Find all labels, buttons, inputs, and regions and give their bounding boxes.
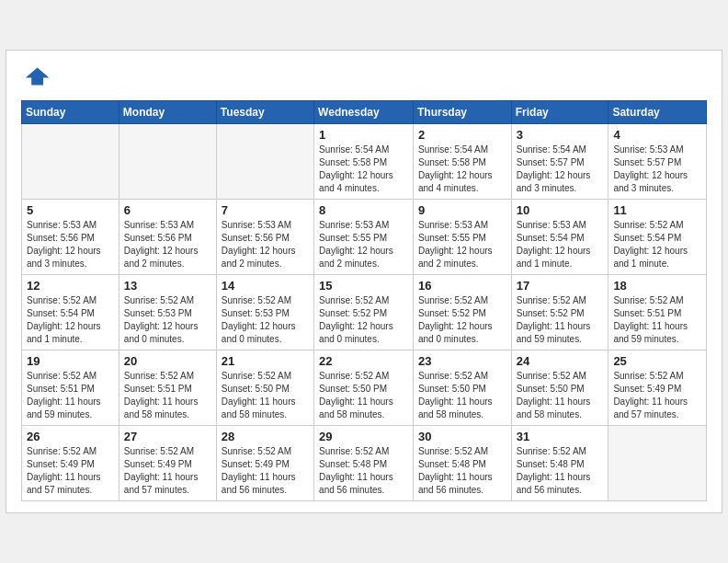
calendar-day-cell: 24Sunrise: 5:52 AMSunset: 5:50 PMDayligh…: [511, 350, 609, 426]
day-number: 15: [319, 279, 408, 293]
day-number: 22: [319, 354, 408, 368]
day-number: 16: [418, 279, 506, 293]
day-number: 1: [319, 128, 408, 142]
calendar-day-cell: [609, 426, 707, 501]
calendar-day-cell: 9Sunrise: 5:53 AMSunset: 5:55 PMDaylight…: [413, 200, 511, 275]
calendar-day-cell: 1Sunrise: 5:54 AMSunset: 5:58 PMDaylight…: [314, 124, 414, 200]
day-info: Sunrise: 5:52 AMSunset: 5:52 PMDaylight:…: [418, 294, 506, 346]
day-info: Sunrise: 5:52 AMSunset: 5:50 PMDaylight:…: [517, 370, 604, 421]
day-number: 18: [613, 279, 701, 293]
calendar-day-cell: 20Sunrise: 5:52 AMSunset: 5:51 PMDayligh…: [119, 350, 216, 426]
calendar-day-cell: 5Sunrise: 5:53 AMSunset: 5:56 PMDaylight…: [22, 200, 119, 275]
day-info: Sunrise: 5:54 AMSunset: 5:57 PMDaylight:…: [517, 144, 604, 195]
calendar-day-cell: 17Sunrise: 5:52 AMSunset: 5:52 PMDayligh…: [511, 275, 609, 350]
day-number: 17: [517, 279, 604, 293]
logo: [21, 62, 54, 91]
calendar-day-cell: 3Sunrise: 5:54 AMSunset: 5:57 PMDaylight…: [511, 124, 609, 200]
day-info: Sunrise: 5:52 AMSunset: 5:51 PMDaylight:…: [124, 370, 211, 421]
day-number: 8: [319, 203, 408, 217]
weekday-header-cell: Wednesday: [314, 101, 414, 124]
day-number: 20: [124, 354, 211, 368]
day-number: 27: [124, 430, 211, 443]
calendar-day-cell: 25Sunrise: 5:52 AMSunset: 5:49 PMDayligh…: [609, 350, 707, 426]
day-info: Sunrise: 5:54 AMSunset: 5:58 PMDaylight:…: [319, 144, 408, 195]
day-number: 3: [517, 128, 604, 142]
day-number: 29: [319, 430, 408, 443]
weekday-header-cell: Thursday: [413, 101, 511, 124]
calendar-day-cell: 15Sunrise: 5:52 AMSunset: 5:52 PMDayligh…: [314, 275, 414, 350]
day-info: Sunrise: 5:53 AMSunset: 5:55 PMDaylight:…: [319, 219, 408, 270]
calendar-day-cell: [216, 124, 313, 200]
calendar-day-cell: 16Sunrise: 5:52 AMSunset: 5:52 PMDayligh…: [413, 275, 511, 350]
header: [21, 62, 707, 91]
day-info: Sunrise: 5:52 AMSunset: 5:54 PMDaylight:…: [613, 219, 701, 270]
weekday-header-cell: Sunday: [22, 101, 119, 124]
day-number: 11: [613, 203, 701, 217]
calendar-body: 1Sunrise: 5:54 AMSunset: 5:58 PMDaylight…: [22, 124, 707, 501]
logo-icon: [21, 62, 51, 91]
calendar-day-cell: 18Sunrise: 5:52 AMSunset: 5:51 PMDayligh…: [609, 275, 707, 350]
calendar-day-cell: 22Sunrise: 5:52 AMSunset: 5:50 PMDayligh…: [314, 350, 414, 426]
day-info: Sunrise: 5:52 AMSunset: 5:51 PMDaylight:…: [27, 370, 114, 421]
calendar-day-cell: 21Sunrise: 5:52 AMSunset: 5:50 PMDayligh…: [216, 350, 313, 426]
calendar-day-cell: 8Sunrise: 5:53 AMSunset: 5:55 PMDaylight…: [314, 200, 414, 275]
day-info: Sunrise: 5:53 AMSunset: 5:56 PMDaylight:…: [222, 219, 309, 270]
calendar-day-cell: 2Sunrise: 5:54 AMSunset: 5:58 PMDaylight…: [413, 124, 511, 200]
calendar-day-cell: 13Sunrise: 5:52 AMSunset: 5:53 PMDayligh…: [119, 275, 216, 350]
day-info: Sunrise: 5:52 AMSunset: 5:53 PMDaylight:…: [124, 294, 211, 346]
day-info: Sunrise: 5:52 AMSunset: 5:49 PMDaylight:…: [222, 445, 309, 497]
day-number: 6: [124, 203, 211, 217]
day-info: Sunrise: 5:52 AMSunset: 5:49 PMDaylight:…: [124, 445, 211, 497]
calendar-day-cell: [22, 124, 119, 200]
day-info: Sunrise: 5:52 AMSunset: 5:49 PMDaylight:…: [613, 370, 701, 421]
day-info: Sunrise: 5:52 AMSunset: 5:50 PMDaylight:…: [418, 370, 506, 421]
calendar-day-cell: 27Sunrise: 5:52 AMSunset: 5:49 PMDayligh…: [119, 426, 216, 501]
day-info: Sunrise: 5:52 AMSunset: 5:48 PMDaylight:…: [319, 445, 408, 497]
weekday-header-cell: Tuesday: [216, 101, 313, 124]
day-info: Sunrise: 5:53 AMSunset: 5:56 PMDaylight:…: [27, 219, 114, 270]
calendar-week-row: 26Sunrise: 5:52 AMSunset: 5:49 PMDayligh…: [22, 426, 707, 501]
day-info: Sunrise: 5:52 AMSunset: 5:48 PMDaylight:…: [517, 445, 604, 497]
day-info: Sunrise: 5:52 AMSunset: 5:54 PMDaylight:…: [27, 294, 114, 346]
calendar-day-cell: 7Sunrise: 5:53 AMSunset: 5:56 PMDaylight…: [216, 200, 313, 275]
calendar-day-cell: 31Sunrise: 5:52 AMSunset: 5:48 PMDayligh…: [511, 426, 609, 501]
calendar-day-cell: 12Sunrise: 5:52 AMSunset: 5:54 PMDayligh…: [22, 275, 119, 350]
calendar-day-cell: 29Sunrise: 5:52 AMSunset: 5:48 PMDayligh…: [314, 426, 414, 501]
day-number: 24: [517, 354, 604, 368]
weekday-header-cell: Monday: [119, 101, 216, 124]
day-number: 12: [27, 279, 114, 293]
calendar-day-cell: 28Sunrise: 5:52 AMSunset: 5:49 PMDayligh…: [216, 426, 313, 501]
calendar-day-cell: 19Sunrise: 5:52 AMSunset: 5:51 PMDayligh…: [22, 350, 119, 426]
day-number: 26: [27, 430, 114, 443]
day-info: Sunrise: 5:52 AMSunset: 5:50 PMDaylight:…: [319, 370, 408, 421]
calendar-day-cell: 4Sunrise: 5:53 AMSunset: 5:57 PMDaylight…: [609, 124, 707, 200]
calendar-day-cell: 23Sunrise: 5:52 AMSunset: 5:50 PMDayligh…: [413, 350, 511, 426]
day-number: 7: [222, 203, 309, 217]
day-number: 14: [222, 279, 309, 293]
calendar-week-row: 5Sunrise: 5:53 AMSunset: 5:56 PMDaylight…: [22, 200, 707, 275]
day-number: 5: [27, 203, 114, 217]
calendar-week-row: 1Sunrise: 5:54 AMSunset: 5:58 PMDaylight…: [22, 124, 707, 200]
calendar-day-cell: 14Sunrise: 5:52 AMSunset: 5:53 PMDayligh…: [216, 275, 313, 350]
day-info: Sunrise: 5:52 AMSunset: 5:50 PMDaylight:…: [222, 370, 309, 421]
day-info: Sunrise: 5:52 AMSunset: 5:48 PMDaylight:…: [418, 445, 506, 497]
day-number: 30: [418, 430, 506, 443]
day-number: 10: [517, 203, 604, 217]
calendar-day-cell: 26Sunrise: 5:52 AMSunset: 5:49 PMDayligh…: [22, 426, 119, 501]
calendar-day-cell: 6Sunrise: 5:53 AMSunset: 5:56 PMDaylight…: [119, 200, 216, 275]
day-number: 19: [27, 354, 114, 368]
weekday-header: SundayMondayTuesdayWednesdayThursdayFrid…: [22, 101, 707, 124]
calendar-day-cell: 11Sunrise: 5:52 AMSunset: 5:54 PMDayligh…: [609, 200, 707, 275]
day-info: Sunrise: 5:53 AMSunset: 5:57 PMDaylight:…: [613, 144, 701, 195]
calendar-grid: SundayMondayTuesdayWednesdayThursdayFrid…: [21, 100, 707, 501]
day-info: Sunrise: 5:52 AMSunset: 5:51 PMDaylight:…: [613, 294, 701, 346]
calendar-week-row: 19Sunrise: 5:52 AMSunset: 5:51 PMDayligh…: [22, 350, 707, 426]
day-info: Sunrise: 5:52 AMSunset: 5:52 PMDaylight:…: [319, 294, 408, 346]
day-info: Sunrise: 5:54 AMSunset: 5:58 PMDaylight:…: [418, 144, 506, 195]
day-number: 2: [418, 128, 506, 142]
day-info: Sunrise: 5:53 AMSunset: 5:56 PMDaylight:…: [124, 219, 211, 270]
day-number: 4: [613, 128, 701, 142]
day-info: Sunrise: 5:52 AMSunset: 5:52 PMDaylight:…: [517, 294, 604, 346]
day-number: 21: [222, 354, 309, 368]
day-info: Sunrise: 5:53 AMSunset: 5:54 PMDaylight:…: [517, 219, 604, 270]
